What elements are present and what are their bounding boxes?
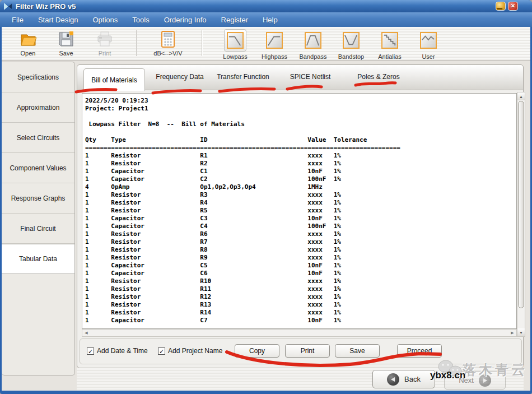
sidebar-item-specifications[interactable]: Specifications bbox=[2, 62, 74, 92]
save-button[interactable]: Save bbox=[48, 29, 84, 57]
toolbar-separator bbox=[136, 30, 137, 56]
sidebar-item-tabular-data[interactable]: Tabular Data bbox=[2, 244, 74, 274]
calculator-icon bbox=[160, 30, 176, 48]
antialias-curve-icon bbox=[381, 32, 398, 49]
close-button[interactable]: ✕ bbox=[508, 2, 518, 11]
highpass-filter-button[interactable]: Highpass bbox=[256, 29, 292, 60]
save-output-button[interactable]: Save bbox=[335, 344, 380, 358]
footer-nav: Back Next bbox=[77, 368, 524, 391]
bandpass-filter-button[interactable]: Bandpass bbox=[295, 29, 331, 60]
sidebar-item-component-values[interactable]: Component Values bbox=[2, 153, 74, 183]
menu-item-tools[interactable]: Tools bbox=[125, 13, 156, 26]
sidebar-item-approximation[interactable]: Approximation bbox=[2, 92, 74, 123]
add-date-time-checkbox[interactable]: ✓ bbox=[87, 347, 94, 355]
next-button[interactable]: Next bbox=[444, 371, 506, 390]
copy-button[interactable]: Copy bbox=[235, 344, 279, 358]
add-project-name-option[interactable]: ✓ Add Project Name bbox=[158, 347, 222, 355]
next-arrow-icon bbox=[479, 374, 491, 387]
sidebar-nav: SpecificationsApproximationSelect Circui… bbox=[2, 62, 75, 376]
menu-item-register[interactable]: Register bbox=[214, 13, 255, 26]
horizontal-scrollbar[interactable]: ◀ ▶ bbox=[82, 329, 517, 337]
bill-of-materials-view[interactable]: 2022/5/20 0:19:23 Project: Project1 Lowp… bbox=[82, 93, 517, 329]
back-button[interactable]: Back bbox=[372, 370, 435, 388]
tab-frequency-data[interactable]: Frequency Data bbox=[156, 73, 203, 81]
window-title: Filter Wiz PRO v5 bbox=[16, 2, 76, 11]
minimize-button[interactable]: ▬ bbox=[496, 2, 506, 11]
save-floppy-icon bbox=[57, 30, 75, 48]
tabstrip: Bill of Materials Frequency DataTransfer… bbox=[77, 65, 523, 90]
add-date-time-option[interactable]: ✓ Add Date & Time bbox=[87, 347, 148, 355]
open-folder-icon bbox=[19, 30, 37, 48]
scroll-right-arrow[interactable]: ▶ bbox=[508, 330, 516, 336]
bandstop-filter-button[interactable]: Bandstop bbox=[333, 29, 369, 60]
scroll-down-arrow[interactable]: ▼ bbox=[517, 328, 525, 336]
content-area: SpecificationsApproximationSelect Circui… bbox=[2, 61, 530, 391]
menu-item-options[interactable]: Options bbox=[86, 13, 125, 26]
highpass-curve-icon bbox=[266, 32, 283, 49]
tab-bill-of-materials[interactable]: Bill of Materials bbox=[83, 68, 145, 91]
lowpass-filter-button[interactable]: Lowpass bbox=[217, 29, 253, 60]
tab-transfer-function[interactable]: Transfer Function bbox=[217, 73, 269, 81]
open-button[interactable]: Open bbox=[10, 29, 46, 57]
toolbar: Open Save Print bbox=[2, 27, 530, 61]
output-options-box: ✓ Add Date & Time ✓ Add Project Name Cop… bbox=[80, 339, 522, 364]
tabular-data-panel: Bill of Materials Frequency DataTransfer… bbox=[77, 64, 524, 368]
titlebar: Filter Wiz PRO v5 ▬ ✕ bbox=[0, 0, 532, 12]
menu-item-start-design[interactable]: Start Design bbox=[31, 13, 86, 26]
lowpass-curve-icon bbox=[227, 32, 244, 49]
sidebar-item-select-circuits[interactable]: Select Circuits bbox=[2, 123, 74, 153]
printer-icon bbox=[96, 30, 114, 48]
menu-item-ordering-info[interactable]: Ordering Info bbox=[157, 13, 214, 26]
back-arrow-icon bbox=[387, 373, 399, 386]
app-window: Filter Wiz PRO v5 ▬ ✕ FileStart DesignOp… bbox=[0, 0, 532, 394]
bandpass-curve-icon bbox=[305, 32, 321, 49]
app-icon bbox=[3, 2, 13, 11]
scroll-left-arrow[interactable]: ◀ bbox=[82, 330, 90, 336]
antialias-filter-button[interactable]: Antialias bbox=[372, 29, 408, 60]
menu-item-file[interactable]: File bbox=[4, 13, 31, 26]
tab-poles-zeros[interactable]: Poles & Zeros bbox=[357, 73, 399, 81]
db-vv-converter-button[interactable]: dB<-->V/V bbox=[146, 29, 190, 57]
vertical-scroll-thumb[interactable] bbox=[518, 101, 524, 308]
user-filter-button[interactable]: User bbox=[410, 29, 446, 60]
menubar: FileStart DesignOptionsToolsOrdering Inf… bbox=[0, 12, 532, 27]
user-curve-icon bbox=[420, 32, 437, 49]
print-output-button[interactable]: Print bbox=[285, 344, 330, 358]
bandstop-curve-icon bbox=[343, 32, 360, 49]
proceed-button[interactable]: Proceed bbox=[397, 344, 442, 358]
sidebar-item-response-graphs[interactable]: Response Graphs bbox=[2, 183, 74, 214]
toolbar-separator bbox=[202, 30, 202, 56]
print-button: Print bbox=[87, 29, 123, 57]
bom-text: 2022/5/20 0:19:23 Project: Project1 Lowp… bbox=[82, 94, 516, 325]
sidebar-filler bbox=[2, 274, 74, 375]
add-project-name-checkbox[interactable]: ✓ bbox=[158, 347, 165, 355]
vertical-scrollbar[interactable]: ▲ ▼ bbox=[517, 92, 525, 337]
sidebar-item-final-circuit[interactable]: Final Circuit bbox=[2, 214, 74, 244]
tab-spice-netlist[interactable]: SPICE Netlist bbox=[290, 73, 331, 81]
menu-item-help[interactable]: Help bbox=[255, 13, 285, 26]
scroll-up-arrow[interactable]: ▲ bbox=[517, 92, 525, 100]
